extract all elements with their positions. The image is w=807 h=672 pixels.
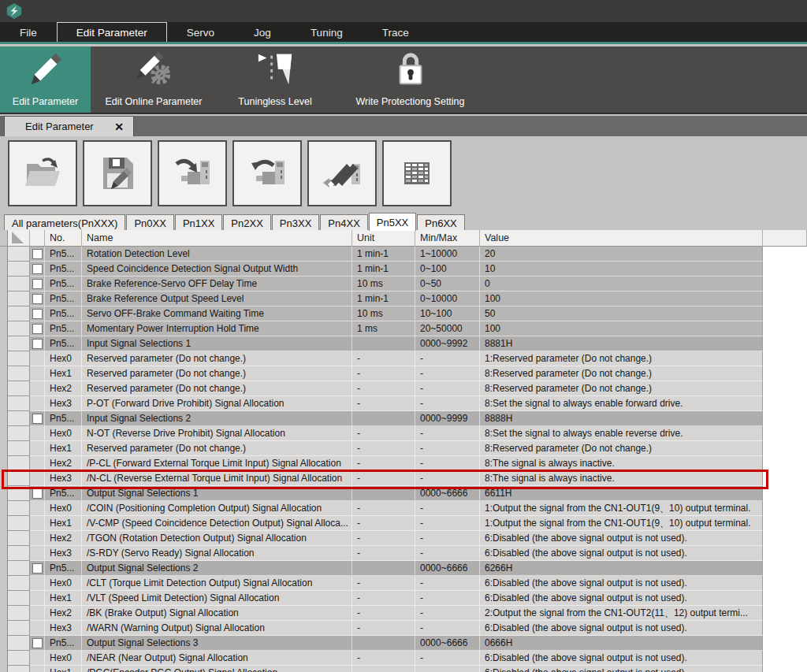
table-row[interactable]: Pn5... Input Signal Selections 2 0000~99… bbox=[0, 411, 807, 426]
table-row[interactable]: Pn5... Input Signal Selections 1 0000~99… bbox=[0, 336, 807, 351]
row-selector[interactable] bbox=[8, 591, 30, 606]
table-row[interactable]: Hex1 /VLT (Speed Limit Detection) Signal… bbox=[0, 591, 807, 606]
header-name[interactable]: Name bbox=[82, 230, 352, 247]
row-selector[interactable] bbox=[8, 636, 30, 651]
save-file-button[interactable] bbox=[83, 140, 152, 206]
table-row[interactable]: Pn5... Speed Coincidence Detection Signa… bbox=[0, 262, 807, 277]
table-row[interactable]: Hex0 Reserved parameter (Do not change.)… bbox=[0, 351, 807, 366]
ribbon-write-protection-setting-button[interactable]: Write Protectiong Setting bbox=[333, 46, 487, 113]
table-row[interactable]: Hex2 /P-CL (Forward External Torque Limi… bbox=[0, 456, 807, 471]
table-row[interactable]: Hex2 Reserved parameter (Do not change.)… bbox=[0, 381, 807, 396]
cell-value[interactable]: 100 bbox=[480, 321, 763, 336]
select-all-cell[interactable] bbox=[8, 230, 30, 247]
table-row[interactable]: Hex3 P-OT (Forward Drive Prohibit) Signa… bbox=[0, 396, 807, 411]
table-row[interactable]: Hex0 /CLT (Torque Limit Detection Output… bbox=[0, 576, 807, 591]
row-selector[interactable] bbox=[8, 456, 30, 471]
row-checkbox[interactable] bbox=[32, 563, 43, 574]
table-row[interactable]: Pn5... Output Signal Selections 3 0000~6… bbox=[0, 636, 807, 651]
tab-all-parameters[interactable]: All parameters(PnXXX) bbox=[4, 214, 125, 231]
row-checkbox[interactable] bbox=[32, 638, 43, 648]
table-row[interactable]: Hex3 /WARN (Warning Output) Signal Alloc… bbox=[0, 621, 807, 636]
row-selector[interactable] bbox=[8, 277, 30, 291]
row-selector[interactable] bbox=[8, 306, 30, 321]
row-checkbox[interactable] bbox=[32, 309, 43, 319]
close-icon[interactable]: ✕ bbox=[114, 121, 124, 133]
tab-pn0xx[interactable]: Pn0XX bbox=[126, 214, 173, 231]
cell-value[interactable]: 8888H bbox=[480, 411, 763, 426]
cell-value[interactable]: 2:Output the signal from the CN1-OUT2(11… bbox=[480, 606, 763, 621]
cell-value[interactable]: 6266H bbox=[480, 561, 763, 576]
table-row-highlighted[interactable]: Hex3 /N-CL (Reverse External Torque Limi… bbox=[0, 471, 807, 486]
row-selector[interactable] bbox=[8, 381, 30, 396]
parameter-grid-button[interactable] bbox=[382, 140, 452, 206]
cell-value[interactable]: 100 bbox=[480, 291, 763, 306]
read-from-servo-button[interactable] bbox=[232, 140, 302, 206]
cell-value[interactable]: 8:The signal is always inactive. bbox=[480, 456, 763, 471]
row-checkbox[interactable] bbox=[32, 279, 43, 289]
row-selector[interactable] bbox=[8, 576, 30, 591]
menu-tab-servo[interactable]: Servo bbox=[167, 22, 234, 42]
row-selector[interactable] bbox=[8, 561, 30, 576]
cell-value[interactable]: 20 bbox=[480, 247, 763, 262]
row-selector[interactable] bbox=[8, 531, 30, 546]
cell-value[interactable]: 50 bbox=[480, 306, 763, 321]
row-selector[interactable] bbox=[8, 546, 30, 561]
table-row[interactable]: Pn5... Output Signal Selections 2 0000~6… bbox=[0, 561, 807, 576]
table-row[interactable]: Pn5... Brake Reference-Servo OFF Delay T… bbox=[0, 277, 807, 291]
header-no[interactable]: No. bbox=[45, 230, 82, 247]
table-row[interactable]: Hex2 /TGON (Rotation Detection Output) S… bbox=[0, 531, 807, 546]
row-selector[interactable] bbox=[8, 351, 30, 366]
row-selector[interactable] bbox=[8, 516, 30, 531]
menu-tab-tuning[interactable]: Tuning bbox=[291, 22, 363, 42]
document-tab-edit-parameter[interactable]: Edit Parameter ✕ bbox=[4, 116, 134, 136]
write-to-servo-button[interactable] bbox=[158, 140, 227, 206]
cell-value[interactable]: 6611H bbox=[480, 486, 763, 501]
ribbon-tuningless-level-button[interactable]: Tuningless Level bbox=[217, 46, 333, 113]
cell-value[interactable]: 8:The signal is always inactive. bbox=[480, 471, 763, 486]
tab-pn6xx[interactable]: Pn6XX bbox=[417, 214, 464, 231]
row-checkbox[interactable] bbox=[32, 264, 43, 274]
menu-tab-edit-parameter[interactable]: Edit Parameter bbox=[57, 22, 167, 42]
menu-tab-jog[interactable]: Jog bbox=[234, 22, 291, 42]
row-selector[interactable] bbox=[8, 621, 30, 636]
table-row[interactable]: Hex3 /S-RDY (Servo Ready) Signal Allocat… bbox=[0, 546, 807, 561]
cell-value[interactable]: 8:Reserved parameter (Do not change.) bbox=[480, 381, 763, 396]
tab-pn3xx[interactable]: Pn3XX bbox=[272, 214, 319, 231]
cell-value[interactable]: 8:Reserved parameter (Do not change.) bbox=[480, 441, 763, 456]
ribbon-edit-parameter-button[interactable]: Edit Parameter bbox=[0, 46, 91, 113]
row-selector[interactable] bbox=[8, 262, 30, 277]
row-checkbox[interactable] bbox=[32, 414, 43, 424]
row-selector[interactable] bbox=[8, 486, 30, 501]
table-row[interactable]: Pn5... Brake Reference Output Speed Leve… bbox=[0, 291, 807, 306]
cell-value[interactable]: 8:Set the signal to always enable forwar… bbox=[480, 396, 763, 411]
table-row[interactable]: Pn5... Servo OFF-Brake Command Waiting T… bbox=[0, 306, 807, 321]
cell-value[interactable]: 0666H bbox=[480, 636, 763, 651]
cell-value[interactable]: 8:Set the signal to always enable revers… bbox=[480, 426, 763, 441]
row-selector[interactable] bbox=[8, 651, 30, 666]
table-row[interactable]: Pn5... Rotation Detection Level 1 min-1 … bbox=[0, 247, 807, 262]
table-row[interactable]: Hex0 /NEAR (Near Output) Signal Allocati… bbox=[0, 651, 807, 666]
cell-value[interactable]: 0 bbox=[480, 277, 763, 291]
cell-value[interactable]: 6:Disabled (the above signal output is n… bbox=[480, 531, 763, 546]
open-file-button[interactable] bbox=[8, 140, 77, 206]
row-selector[interactable] bbox=[8, 666, 30, 672]
table-row[interactable]: Hex0 /COIN (Positioning Completion Outpu… bbox=[0, 501, 807, 516]
row-selector[interactable] bbox=[8, 291, 30, 306]
cell-value[interactable]: 6:Disabled (the above signal output is n… bbox=[480, 651, 763, 666]
table-row[interactable]: Hex2 /BK (Brake Output) Signal Allocatio… bbox=[0, 606, 807, 621]
row-checkbox[interactable] bbox=[32, 324, 43, 334]
row-selector[interactable] bbox=[8, 426, 30, 441]
table-row[interactable]: Hex1 /V-CMP (Speed Coincidence Detection… bbox=[0, 516, 807, 531]
cell-value[interactable]: 8881H bbox=[480, 336, 763, 351]
table-row[interactable]: Pn5... Output Signal Selections 1 0000~6… bbox=[0, 486, 807, 501]
cell-value[interactable]: 8:Reserved parameter (Do not change.) bbox=[480, 366, 763, 381]
header-value[interactable]: Value bbox=[480, 230, 763, 247]
row-selector[interactable] bbox=[8, 336, 30, 351]
row-checkbox[interactable] bbox=[32, 294, 43, 304]
table-row[interactable]: Hex1 Reserved parameter (Do not change.)… bbox=[0, 441, 807, 456]
row-checkbox[interactable] bbox=[32, 249, 43, 259]
table-row[interactable]: Pn5... Momentary Power Interruption Hold… bbox=[0, 321, 807, 336]
row-selector[interactable] bbox=[8, 247, 30, 262]
cell-value[interactable]: 1:Reserved parameter (Do not change.) bbox=[480, 351, 763, 366]
row-selector[interactable] bbox=[8, 441, 30, 456]
